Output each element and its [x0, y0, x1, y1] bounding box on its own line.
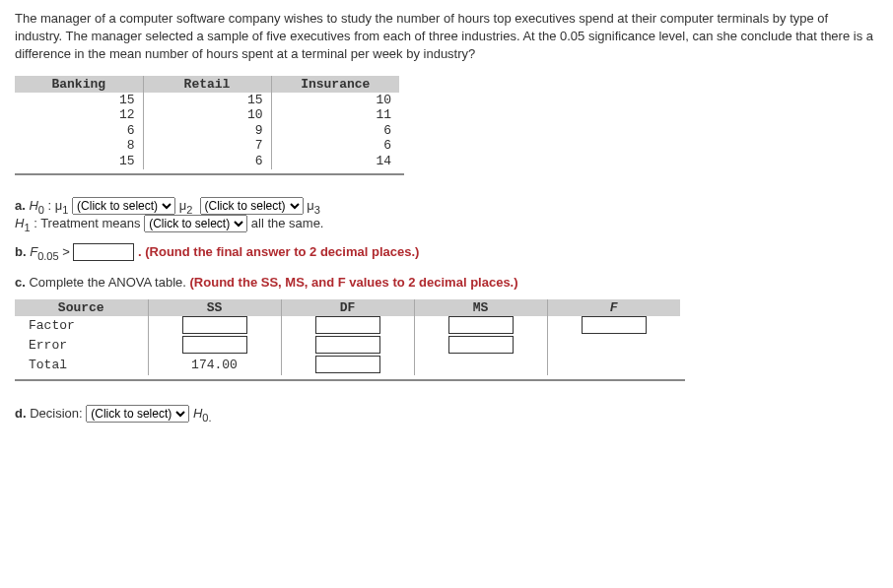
h1-suffix: all the same.	[251, 216, 324, 230]
data-cell: 15	[15, 154, 143, 169]
data-row: 121011	[15, 107, 399, 123]
total-df-input[interactable]	[315, 356, 380, 373]
part-c-text: Complete the ANOVA table.	[26, 275, 190, 290]
h0-relation2-select[interactable]: (Click to select)	[200, 197, 304, 215]
anova-header-f: F	[547, 299, 680, 316]
d-h0-sub: 0.	[202, 411, 211, 423]
anova-header-df: DF	[281, 299, 414, 316]
error-f-cell	[547, 336, 680, 356]
total-ss-value: 174.00	[148, 356, 281, 375]
data-cell: 10	[271, 93, 399, 108]
part-b: b. F0.05 > . (Round the final answer to …	[15, 243, 878, 262]
anova-row-factor: Factor	[15, 316, 680, 336]
decision-select[interactable]: (Click to select)	[86, 405, 189, 423]
data-cell: 6	[143, 154, 271, 169]
part-a-label: a.	[15, 198, 26, 213]
total-f-cell	[547, 356, 680, 375]
data-cell: 15	[143, 93, 271, 108]
total-ms-cell	[414, 356, 547, 375]
h1-text: : Treatment means	[34, 216, 140, 230]
error-df-input[interactable]	[315, 336, 380, 354]
h0-sub: 0	[38, 203, 44, 215]
data-table: Banking Retail Insurance 151510121011696…	[15, 76, 399, 169]
problem-statement: The manager of a computer software compa…	[15, 10, 878, 64]
f-sub: 0.05	[37, 249, 58, 261]
factor-df-input[interactable]	[315, 316, 380, 334]
h1-symbol: H	[15, 216, 24, 230]
data-header-banking: Banking	[15, 76, 143, 93]
data-cell: 15	[15, 93, 143, 108]
mu2-sub: 2	[186, 203, 192, 215]
h1-sub: 1	[24, 222, 30, 233]
anova-shadow	[15, 379, 685, 381]
part-d: d. Decision: (Click to select) H0.	[15, 405, 878, 424]
data-cell: 14	[271, 154, 399, 169]
f-symbol: F	[30, 244, 37, 259]
anova-table: Source SS DF MS F Factor Error Total 174…	[15, 299, 680, 375]
data-cell: 9	[143, 123, 271, 139]
error-ms-input[interactable]	[448, 336, 514, 354]
gt-symbol: >	[59, 244, 70, 259]
anova-header-ss: SS	[148, 299, 281, 316]
data-header-retail: Retail	[143, 76, 271, 93]
anova-header-ms: MS	[414, 299, 547, 316]
data-cell: 7	[143, 138, 271, 154]
part-b-label: b.	[15, 244, 27, 259]
data-row: 15614	[15, 154, 399, 169]
data-row: 696	[15, 123, 399, 139]
anova-src-error: Error	[15, 336, 148, 356]
part-d-text: Decision:	[27, 406, 87, 421]
h0-relation1-select[interactable]: (Click to select)	[72, 197, 175, 215]
anova-header-source: Source	[15, 299, 148, 316]
anova-row-error: Error	[15, 336, 680, 356]
data-cell: 6	[271, 138, 399, 154]
data-cell: 6	[15, 123, 143, 139]
h1-select[interactable]: (Click to select)	[144, 215, 247, 232]
data-cell: 12	[15, 107, 143, 123]
part-c: c. Complete the ANOVA table. (Round the …	[15, 275, 878, 290]
data-row: 876	[15, 138, 399, 154]
anova-row-total: Total 174.00	[15, 356, 680, 375]
data-header-insurance: Insurance	[271, 76, 399, 93]
part-a: a. H0 : μ1 (Click to select) μ2 (Click t…	[15, 197, 878, 233]
factor-ss-input[interactable]	[182, 316, 247, 334]
part-c-label: c.	[15, 275, 26, 290]
mu1-sub: 1	[62, 203, 68, 215]
part-b-note: . (Round the final answer to 2 decimal p…	[138, 244, 419, 259]
data-cell: 8	[15, 138, 143, 154]
part-c-note: (Round the SS, MS, and F values to 2 dec…	[190, 275, 518, 290]
data-cell: 6	[271, 123, 399, 139]
factor-ms-input[interactable]	[448, 316, 514, 334]
part-d-label: d.	[15, 406, 27, 421]
h0-symbol: H	[29, 198, 37, 213]
anova-src-total: Total	[15, 356, 148, 375]
factor-f-input[interactable]	[582, 316, 647, 334]
error-ss-input[interactable]	[182, 336, 247, 354]
anova-src-factor: Factor	[15, 316, 148, 336]
data-cell: 10	[143, 107, 271, 123]
d-h0-symbol: H	[193, 406, 202, 421]
f-critical-input[interactable]	[73, 243, 134, 261]
table-shadow	[15, 173, 404, 175]
data-cell: 11	[271, 107, 399, 123]
mu3-sub: 3	[314, 203, 320, 215]
data-row: 151510	[15, 93, 399, 108]
